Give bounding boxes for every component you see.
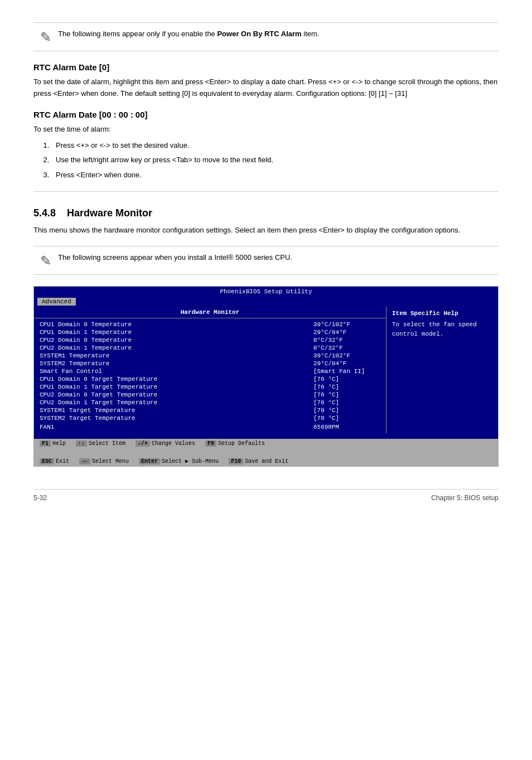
bios-bottom-line1: F1 Help↑↓ Select Item-/+ Change ValuesF9…: [40, 440, 492, 447]
bios-row: Smart Fan Control [Smart Fan II]: [40, 367, 380, 375]
bios-key: Enter: [139, 458, 160, 464]
bios-key: ↑↓: [76, 440, 87, 447]
bios-row-value: 6569RPM: [313, 424, 380, 430]
page-footer: 5-32 Chapter 5: BIOS setup: [33, 489, 499, 502]
rtc-date-title: RTC Alarm Date [0]: [33, 62, 499, 72]
bios-key: -/+: [136, 440, 150, 447]
bios-key-label: Help: [52, 440, 66, 447]
bios-row-value: 39°C/102°F: [313, 321, 380, 328]
bios-row-value: [70 °C]: [313, 407, 380, 414]
bios-spacer: [34, 433, 498, 439]
bios-row: CPU2 Domain 0 Target Temperature [76 °C]: [40, 391, 380, 399]
bios-key-item: -/+ Change Values: [136, 440, 195, 447]
rtc-steps: Press <+> or <-> to set the desired valu…: [51, 139, 499, 181]
bios-row-label: CPU2 Domain 1 Target Temperature: [40, 399, 313, 406]
note-text-1: The following items appear only if you e…: [58, 28, 319, 40]
bios-key-label: Select Menu: [92, 458, 129, 464]
bios-row-label: FAN1: [40, 424, 313, 430]
bios-key: F1: [40, 440, 51, 447]
bios-row-value: 0°C/32°F: [313, 345, 380, 351]
bios-key-label: Select ▶ Sub-Menu: [162, 458, 219, 464]
bios-row-label: SYSTEM1 Temperature: [40, 352, 313, 359]
bios-row-label: CPU1 Domain 1 Temperature: [40, 329, 313, 336]
rtc-time-intro: To set the time of alarm:: [33, 124, 499, 135]
step-3: Press <Enter> when done.: [51, 169, 499, 181]
bios-key: ESC: [40, 458, 54, 464]
bios-key-item: →← Select Menu: [79, 458, 129, 464]
bios-key-label: Save and Exit: [245, 458, 288, 464]
bios-row-value: 29°C/84°F: [313, 360, 380, 367]
bios-row: SYSTEM2 Target Temperature [70 °C]: [40, 414, 380, 422]
bios-key-label: Setup Defaults: [218, 440, 265, 447]
bios-key-label: Select Item: [89, 440, 125, 447]
note-box-1: ✎ The following items appear only if you…: [33, 22, 499, 51]
bios-row-label: CPU1 Domain 0 Target Temperature: [40, 376, 313, 383]
step-2: Use the left/right arrow key or press <T…: [51, 154, 499, 166]
section-number: 5.4.8: [33, 207, 56, 219]
section-548-heading: 5.4.8 Hardware Monitor: [33, 207, 499, 219]
bios-rows-container: CPU1 Domain 0 Temperature 39°C/102°F CPU…: [34, 318, 386, 433]
bios-row-label: CPU1 Domain 1 Target Temperature: [40, 384, 313, 390]
bios-help-text: To select the fan speed control model.: [392, 320, 492, 338]
bios-row-label: SYSTEM1 Target Temperature: [40, 407, 313, 414]
section-title: Hardware Monitor: [67, 207, 152, 219]
bios-row: SYSTEM1 Temperature 39°C/102°F: [40, 352, 380, 360]
bios-help-panel: Item Specific Help To select the fan spe…: [386, 307, 498, 433]
bios-title: PhoenixBIOS Setup Utility: [34, 287, 498, 297]
bios-key-item: ↑↓ Select Item: [76, 440, 125, 447]
bios-row: CPU2 Domain 0 Temperature 0°C/32°F: [40, 336, 380, 344]
note-text-2: The following screens appear when you in…: [58, 252, 292, 263]
note-icon-1: ✎: [40, 30, 51, 45]
bios-row: CPU2 Domain 1 Temperature 0°C/32°F: [40, 344, 380, 352]
bios-row: CPU1 Domain 1 Target Temperature [76 °C]: [40, 383, 380, 391]
bios-row-label: Smart Fan Control: [40, 368, 313, 375]
bios-row: FAN1 6569RPM: [40, 423, 380, 431]
bios-row: CPU1 Domain 0 Target Temperature [76 °C]: [40, 375, 380, 383]
bios-row-label: CPU2 Domain 1 Temperature: [40, 345, 313, 351]
section-548-body: This menu shows the hardware monitor con…: [33, 225, 499, 236]
note-box-2: ✎ The following screens appear when you …: [33, 246, 499, 275]
bios-key-label: Exit: [56, 458, 69, 464]
bios-row-value: [Smart Fan II]: [313, 368, 380, 375]
rtc-date-body: To set the date of alarm, highlight this…: [33, 76, 499, 100]
bios-key-label: Change Values: [152, 440, 195, 447]
bios-tab-advanced[interactable]: Advanced: [37, 298, 76, 306]
bios-row-label: SYSTEM2 Target Temperature: [40, 415, 313, 422]
rtc-time-title: RTC Alarm Date [00 : 00 : 00]: [33, 110, 499, 119]
bios-key-item: Enter Select ▶ Sub-Menu: [139, 458, 219, 464]
bios-key: →←: [79, 458, 90, 464]
bios-row-value: 0°C/32°F: [313, 337, 380, 343]
bios-row: CPU2 Domain 1 Target Temperature [76 °C]: [40, 399, 380, 406]
step-1: Press <+> or <-> to set the desired valu…: [51, 139, 499, 152]
bios-key-item: F1 Help: [40, 440, 66, 447]
note-icon-2: ✎: [40, 253, 51, 269]
bios-key: F9: [205, 440, 216, 447]
bios-row-value: 39°C/102°F: [313, 352, 380, 359]
bios-row-label: CPU1 Domain 0 Temperature: [40, 321, 313, 328]
bios-row-label: CPU2 Domain 0 Temperature: [40, 337, 313, 343]
bios-row: SYSTEM1 Target Temperature [70 °C]: [40, 406, 380, 414]
bios-row: CPU1 Domain 0 Temperature 39°C/102°F: [40, 321, 380, 328]
footer-right: Chapter 5: BIOS setup: [431, 494, 499, 502]
bios-row-label: SYSTEM2 Temperature: [40, 360, 313, 367]
bios-bottom-line2: ESC Exit→← Select MenuEnter Select ▶ Sub…: [40, 458, 492, 464]
bios-key: F10: [229, 458, 243, 464]
bios-tab-bar: Advanced: [34, 297, 498, 307]
section-divider: [33, 191, 499, 192]
bios-row: CPU1 Domain 1 Temperature 29°C/84°F: [40, 328, 380, 336]
bios-screen: PhoenixBIOS Setup Utility Advanced Hardw…: [33, 286, 499, 467]
bios-help-title: Item Specific Help: [392, 310, 492, 317]
bios-row-value: 29°C/84°F: [313, 329, 380, 336]
bios-key-item: F10 Save and Exit: [229, 458, 288, 464]
bios-row: SYSTEM2 Temperature 29°C/84°F: [40, 360, 380, 367]
bios-bottom-bar: F1 Help↑↓ Select Item-/+ Change ValuesF9…: [34, 439, 498, 466]
bios-row-value: [76 °C]: [313, 376, 380, 383]
bios-row-value: [76 °C]: [313, 391, 380, 398]
bios-row-label: CPU2 Domain 0 Target Temperature: [40, 391, 313, 398]
bios-row-value: [70 °C]: [313, 415, 380, 422]
bios-row-value: [76 °C]: [313, 384, 380, 390]
bios-key-item: F9 Setup Defaults: [205, 440, 265, 447]
bios-main-section-title: Hardware Monitor: [34, 307, 386, 318]
bios-row-value: [76 °C]: [313, 399, 380, 406]
bios-key-item: ESC Exit: [40, 458, 69, 464]
